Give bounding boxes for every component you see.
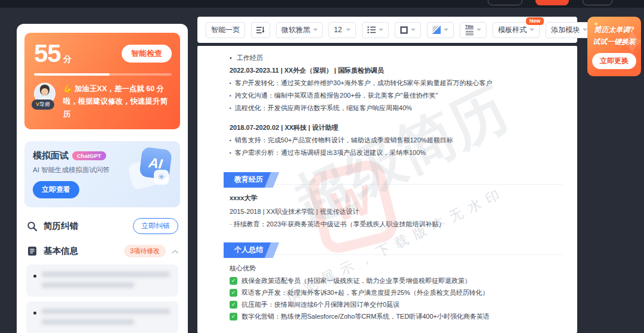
editor-toolbar: 智能一页 微软雅黑 12 Title New 模板样式 添加模块 <box>197 17 577 43</box>
score-number: 55 <box>34 39 61 67</box>
job-bullet: ▪客户需求分析：通过市场调研提出3项产品改进建议，采纳率100% <box>230 147 563 159</box>
line-spacing-icon <box>367 26 376 33</box>
ghost-card-icon <box>127 158 159 190</box>
chatgpt-badge: ChatGPT <box>72 151 106 160</box>
proofread-label: 简历纠错 <box>44 220 133 232</box>
proofread-now-button[interactable]: 立即纠错 <box>133 218 178 234</box>
score-value: 55 分 <box>34 41 72 66</box>
new-badge: New <box>526 17 544 25</box>
template-style-select[interactable]: New 模板样式 <box>493 22 540 38</box>
blurred-text <box>42 309 170 326</box>
sort-modules-button[interactable] <box>251 22 270 38</box>
header-button-primary[interactable] <box>535 0 569 5</box>
theme-color-icon <box>432 26 441 34</box>
chevron-down-icon <box>411 29 416 31</box>
suggestion-item-blurred[interactable] <box>26 264 178 297</box>
education-section-header: 教育经历 <box>230 172 563 185</box>
proofread-row: 简历纠错 立即纠错 <box>26 218 178 235</box>
pending-fix-badge: 3项待修改 <box>124 245 166 257</box>
summary-item: 残保金政策适配专员（持国家一级残疾证，助力企业享受增值税即征即退政策） <box>230 275 563 287</box>
bullet-dot <box>33 312 36 315</box>
education-meta: 2015-2018 | XX职业技术学院 | 视觉传达设计 <box>230 206 563 218</box>
chevron-up-icon[interactable] <box>172 250 178 254</box>
title-style-select[interactable]: Title <box>460 22 487 38</box>
mock-interview-subtitle: AI 智能生成模拟面试问答 <box>33 166 172 175</box>
summary-item: 双语客户开发：处理海外客诉30+起，客户满意度提升25%（外企质检文员经历转化） <box>230 287 563 298</box>
title-style-icon: Title <box>465 24 473 36</box>
sort-icon <box>256 26 265 34</box>
window-header <box>0 0 644 8</box>
template-style-label: 模板样式 <box>498 25 527 35</box>
chevron-down-icon <box>530 29 534 31</box>
smart-one-page-button[interactable]: 智能一页 <box>206 22 245 38</box>
font-family-select[interactable]: 微软雅黑 <box>276 22 323 38</box>
basic-info-row[interactable]: 基本信息 3项待修改 <box>26 243 178 260</box>
font-size-select[interactable]: 12 <box>329 22 356 38</box>
chevron-down-icon <box>313 29 318 31</box>
blurred-text <box>42 272 170 290</box>
coach-badge: V导师 <box>32 99 54 110</box>
chevron-down-icon <box>346 29 351 31</box>
line-spacing-select[interactable] <box>362 22 389 38</box>
magnifier-icon <box>26 220 38 232</box>
score-progress-bar <box>34 73 172 76</box>
job-bullet: ▪销售支持：完成50+产品宣传物料设计，辅助达成季度销售额120%超额目标 <box>230 134 563 147</box>
education-note: · 持续教育：2023年获商务英语中级证书（享受残疾人职业技能培训补贴） <box>230 218 563 231</box>
font-size-value: 12 <box>334 26 342 34</box>
resume-document[interactable]: W 超级简历 预览展示，下载版本无水印 • 工作经历 2022.03-2023.… <box>197 46 577 333</box>
mock-interview-card: AI ✳ 模拟面试 ChatGPT AI 智能生成模拟面试问答 立即查看 <box>24 141 180 207</box>
check-icon <box>230 277 237 285</box>
work-section-title: • 工作经历 <box>230 52 563 64</box>
page-margin-icon <box>400 26 408 34</box>
summary-section-header: 个人总结 <box>230 242 563 255</box>
check-icon <box>230 301 237 309</box>
document-icon <box>26 245 38 257</box>
bullet-dot <box>33 275 36 278</box>
basic-info-label: 基本信息 <box>44 245 124 257</box>
smart-check-button[interactable]: 智能检查 <box>122 45 172 63</box>
template-swap-promo-card: ✦ ✦ ✦ 简历太单调? 试试一键换装 立即更换 <box>587 17 641 76</box>
job-bullet: ▪流程优化：开发供应商评估数字系统，缩短客户响应周期40% <box>230 102 563 114</box>
header-button-right[interactable] <box>583 0 612 5</box>
summary-item: 抗压能手：疫情期间连续6个月保障跨国订单交付0延误 <box>230 298 563 310</box>
job-meta: 2022.03-2023.11 | XX外企（深圳） | 国际质检协调员 <box>230 64 563 77</box>
job-bullet: ▪跨文化沟通：编制中英双语质检报告200+份，获北美客户"最佳协作奖" <box>230 89 563 102</box>
job-meta: 2018.07-2020.02 | XX科技 | 设计助理 <box>230 122 563 134</box>
chevron-down-icon <box>476 29 481 31</box>
promo-text: 简历太单调? 试试一键换装 <box>587 24 641 48</box>
chevron-down-icon <box>379 29 383 31</box>
font-family-value: 微软雅黑 <box>281 25 310 35</box>
page-margin-select[interactable] <box>395 22 421 38</box>
summary-banner: 个人总结 <box>224 242 273 258</box>
header-button-left[interactable] <box>488 0 522 5</box>
sidebar: 55 分 智能检查 V导师 💪 加油王XX，差一点就 60 分啦，根据建议修改，… <box>17 24 188 333</box>
summary-item: 数字化营销：熟练使用Salesforce/Zoho等CRM系统，TED听译400… <box>230 310 563 322</box>
chevron-down-icon <box>444 29 448 31</box>
check-icon <box>230 313 237 320</box>
education-banner: 教育经历 <box>224 172 273 188</box>
add-module-select[interactable]: 添加模块 <box>546 22 593 38</box>
check-icon <box>230 289 237 297</box>
score-unit: 分 <box>63 54 72 64</box>
score-card: 55 分 智能检查 V导师 💪 加油王XX，差一点就 60 分啦，根据建议修改，… <box>24 33 180 129</box>
summary-subtitle: 核心优势 <box>230 262 563 275</box>
view-now-button[interactable]: 立即查看 <box>33 181 79 198</box>
theme-color-select[interactable] <box>427 22 454 38</box>
bullet-dot: • <box>230 52 232 64</box>
mock-interview-title: 模拟面试 <box>33 150 69 161</box>
add-module-label: 添加模块 <box>551 25 580 35</box>
swap-template-button[interactable]: 立即更换 <box>592 53 636 69</box>
coach-message: 💪 加油王XX，差一点就 60 分啦，根据建议修改，快速提升简历 <box>63 83 172 121</box>
job-bullet: ▪客户开发转化：通过英文邮件维护30+海外客户，成功转化5家年采购量超百万的核心… <box>230 77 563 89</box>
school-name: xxxx大学 <box>230 192 563 204</box>
suggestion-item-blurred[interactable] <box>26 301 178 333</box>
